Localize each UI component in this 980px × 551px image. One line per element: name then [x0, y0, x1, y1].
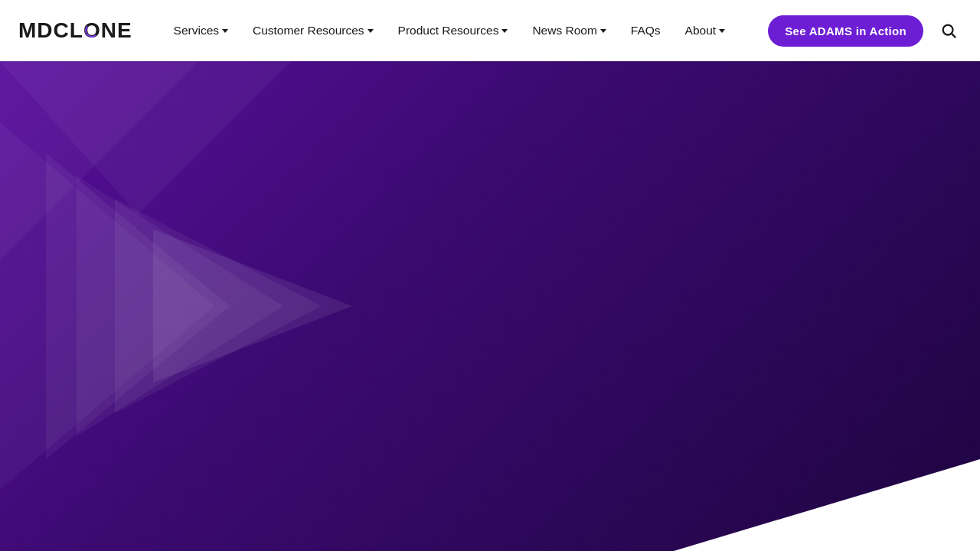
svg-line-1	[952, 34, 956, 37]
nav-links: Services Customer Resources Product Reso…	[163, 18, 769, 44]
svg-marker-6	[153, 230, 352, 383]
nav-label-product-resources: Product Resources	[398, 24, 499, 37]
search-icon	[940, 22, 957, 39]
chevron-down-icon	[600, 29, 606, 33]
nav-label-services: Services	[174, 24, 219, 37]
nav-item-faqs[interactable]: FAQs	[620, 18, 671, 44]
hero-background	[0, 61, 980, 551]
nav-label-news-room: News Room	[532, 24, 596, 37]
nav-item-services[interactable]: Services	[163, 18, 239, 44]
logo-o: O	[83, 18, 101, 43]
chevron-down-icon	[501, 29, 508, 33]
navbar: MDCLONE Services Customer Resources Prod…	[0, 0, 980, 61]
svg-point-0	[943, 25, 953, 35]
nav-label-about: About	[685, 24, 717, 37]
logo-text: MDCLONE	[18, 18, 132, 43]
chevron-down-icon	[719, 29, 725, 33]
cta-button[interactable]: See ADAMS in Action	[768, 15, 923, 47]
nav-item-customer-resources[interactable]: Customer Resources	[242, 18, 384, 44]
search-button[interactable]	[936, 18, 962, 44]
hero-section	[0, 61, 980, 551]
nav-label-faqs: FAQs	[631, 24, 661, 37]
nav-label-customer-resources: Customer Resources	[253, 24, 364, 37]
hero-svg	[0, 61, 980, 551]
nav-item-product-resources[interactable]: Product Resources	[387, 18, 519, 44]
nav-item-news-room[interactable]: News Room	[521, 18, 616, 44]
logo[interactable]: MDCLONE	[18, 18, 132, 43]
chevron-down-icon	[368, 29, 374, 33]
chevron-down-icon	[222, 29, 228, 33]
nav-right: See ADAMS in Action	[768, 15, 962, 47]
nav-item-about[interactable]: About	[675, 18, 737, 44]
